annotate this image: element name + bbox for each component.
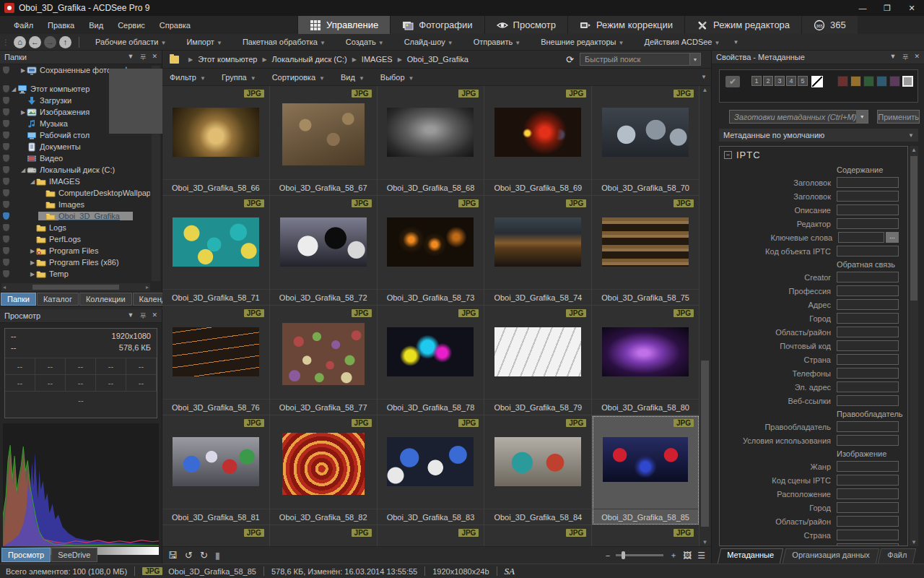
mode-tab-Фотографии[interactable]: Фотографии: [390, 16, 484, 34]
panel-menu-icon[interactable]: ▼: [890, 53, 897, 62]
breadcrumb-item-Локальный диск (C:)[interactable]: Локальный диск (C:): [272, 55, 347, 64]
metadata-vscrollbar[interactable]: ▲▼: [910, 146, 918, 546]
mode-tab-Управление[interactable]: Управление: [297, 16, 390, 34]
grid-item-Oboi_3D_Grafika_58_78[interactable]: JPGOboi_3D_Grafika_58_78: [378, 306, 485, 415]
grid-item-Oboi_3D_Grafika_58_74[interactable]: JPGOboi_3D_Grafika_58_74: [484, 196, 592, 306]
preview-tab-SeeDrive[interactable]: SeeDrive: [51, 548, 97, 562]
expander-closed-icon[interactable]: ▶: [19, 109, 27, 116]
toolbar-button-Создать[interactable]: Создать ▼: [336, 38, 394, 46]
preset-dropdown-icon[interactable]: ▼: [856, 111, 868, 123]
rating-button-3[interactable]: 3: [775, 76, 785, 86]
toolbar-button-Пакетная обработка[interactable]: Пакетная обработка ▼: [232, 38, 336, 46]
folders-tab-Каталог[interactable]: Каталог: [37, 293, 79, 306]
rotate-left-icon[interactable]: ↺: [185, 550, 193, 561]
default-metadata-bar[interactable]: Метаданные по умолчанию ▼: [719, 129, 918, 142]
quick-select-shield-icon[interactable]: [3, 270, 9, 277]
metadata-field-input[interactable]: [837, 368, 899, 379]
quick-select-shield-icon[interactable]: [3, 97, 9, 104]
grid-item-Oboi_3D_Grafika_58_85[interactable]: JPGOboi_3D_Grafika_58_85: [592, 415, 699, 525]
export-icon[interactable]: 🖫: [168, 550, 178, 561]
grid-item-Oboi_3D_Grafika_58_73[interactable]: JPGOboi_3D_Grafika_58_73: [378, 196, 485, 306]
metadata-field-input[interactable]: [837, 530, 899, 540]
clear-rating-button[interactable]: [811, 76, 823, 87]
metadata-field-input[interactable]: [838, 232, 884, 243]
grid-item-Oboi_3D_Grafika_58_67[interactable]: JPGOboi_3D_Grafika_58_67: [270, 86, 378, 196]
tree-item-Logs[interactable]: Logs: [0, 222, 150, 233]
zoom-in-icon[interactable]: ＋: [669, 550, 677, 561]
grid-item-Oboi_3D_Grafika_58_75[interactable]: JPGOboi_3D_Grafika_58_75: [592, 196, 699, 306]
quick-select-shield-icon[interactable]: [3, 120, 9, 127]
close-icon[interactable]: ✕: [152, 53, 157, 62]
metadata-field-input[interactable]: [837, 395, 899, 406]
preview-toggle-icon[interactable]: 🖼: [683, 551, 692, 561]
folders-tab-Коллекции[interactable]: Коллекции: [79, 293, 132, 306]
metadata-field-input[interactable]: [837, 299, 899, 310]
color-swatch-#2f5a70[interactable]: [876, 76, 887, 87]
toolbar-button-Действия ACDSee[interactable]: Действия ACDSee ▼: [634, 38, 730, 46]
quick-select-shield-icon[interactable]: [3, 131, 9, 139]
expander-open-icon[interactable]: ◢: [29, 178, 36, 185]
close-button[interactable]: ✕: [899, 0, 924, 16]
close-icon[interactable]: ✕: [914, 53, 920, 62]
up-button[interactable]: ↑: [59, 36, 71, 48]
quick-select-shield-icon[interactable]: [3, 108, 9, 116]
collapse-icon[interactable]: −: [724, 151, 732, 159]
tag-checkbox[interactable]: ✔: [725, 76, 740, 87]
tree-item-Локальный диск (C:)[interactable]: ◢Локальный диск (C:): [0, 164, 150, 176]
filter-overflow-icon[interactable]: ▼: [701, 74, 707, 80]
metadata-field-input[interactable]: [837, 327, 899, 337]
metadata-field-input[interactable]: [837, 502, 899, 513]
filter-Вид[interactable]: Вид▼: [341, 73, 365, 82]
tree-item-ComputerDesktopWallpapersC[interactable]: ComputerDesktopWallpapersC: [0, 187, 150, 199]
expander-closed-icon[interactable]: ▶: [29, 248, 36, 254]
expander-open-icon[interactable]: ◢: [10, 86, 17, 92]
pin-icon[interactable]: 푸: [902, 53, 908, 62]
grid-item-Oboi_3D_Grafika_58_77[interactable]: JPGOboi_3D_Grafika_58_77: [270, 306, 378, 415]
expander-closed-icon[interactable]: ▶: [19, 67, 27, 74]
back-button[interactable]: ←: [29, 36, 41, 48]
grid-item-Oboi_3D_Grafika_58_81[interactable]: JPGOboi_3D_Grafika_58_81: [162, 415, 270, 525]
metadata-field-input[interactable]: [837, 285, 899, 296]
quick-select-shield-icon[interactable]: [3, 247, 9, 254]
quick-select-shield-icon[interactable]: [3, 178, 9, 185]
filter-Сортировка[interactable]: Сортировка▼: [272, 73, 325, 82]
menu-item-Сервис[interactable]: Сервис: [111, 21, 152, 30]
tree-item-Видео[interactable]: Видео: [0, 152, 150, 164]
grid-item-Oboi_3D_Grafika_58_76[interactable]: JPGOboi_3D_Grafika_58_76: [162, 306, 270, 415]
expander-open-icon[interactable]: ◢: [19, 167, 27, 173]
mode-tab-Режим редактора[interactable]: Режим редактора: [684, 16, 801, 34]
grid-item-Oboi_3D_Grafika_58_84[interactable]: JPGOboi_3D_Grafika_58_84: [484, 415, 592, 525]
breadcrumb-item-Этот компьютер[interactable]: Этот компьютер: [198, 55, 257, 64]
metadata-field-input[interactable]: [837, 461, 899, 472]
quick-select-shield-icon[interactable]: [3, 236, 9, 243]
preview-tab-Просмотр[interactable]: Просмотр: [1, 548, 51, 562]
tree-item-Program Files (x86)[interactable]: ▶Program Files (x86): [0, 256, 150, 268]
tree-item-Images[interactable]: Images: [0, 199, 150, 210]
grid-item-Oboi_3D_Grafika_58_80[interactable]: JPGOboi_3D_Grafika_58_80: [592, 306, 699, 415]
quick-select-shield-icon[interactable]: [3, 259, 9, 266]
tree-item-Oboi_3D_Grafika[interactable]: Oboi_3D_Grafika: [0, 210, 150, 222]
apply-button[interactable]: Применить: [877, 110, 920, 124]
grid-item-Oboi_3D_Grafika_58_82[interactable]: JPGOboi_3D_Grafika_58_82: [270, 415, 378, 525]
metadata-field-input[interactable]: [837, 272, 899, 282]
folders-tab-Папки[interactable]: Папки: [1, 293, 36, 306]
properties-tab-Организация данных[interactable]: Организация данных: [783, 548, 879, 564]
color-swatch-#5c3a5c[interactable]: [889, 76, 900, 87]
quick-select-shield-icon[interactable]: [3, 212, 9, 220]
close-icon[interactable]: ✕: [152, 311, 157, 321]
metadata-preset-dropdown[interactable]: Заготовки метаданных (Ctrl+M) ▼: [729, 110, 868, 124]
quick-select-shield-icon[interactable]: [3, 189, 9, 197]
toolbar-button-Импорт[interactable]: Импорт ▼: [176, 38, 232, 46]
panel-menu-icon[interactable]: ▼: [128, 311, 134, 321]
color-swatch-#9c9c9c[interactable]: [902, 76, 913, 87]
folder-tree-vscrollbar[interactable]: [152, 66, 160, 281]
tree-item-Temp[interactable]: ▶Temp: [0, 268, 150, 280]
quick-select-shield-icon[interactable]: [3, 166, 9, 173]
grid-item-partial[interactable]: JPG: [378, 525, 485, 546]
metadata-field-input[interactable]: [837, 435, 899, 446]
grid-vscrollbar[interactable]: ▲▼: [699, 86, 710, 546]
metadata-field-input[interactable]: [837, 204, 899, 215]
metadata-field-input[interactable]: [837, 516, 899, 527]
metadata-field-input[interactable]: [837, 218, 899, 229]
filter-Группа[interactable]: Группа▼: [222, 73, 256, 82]
